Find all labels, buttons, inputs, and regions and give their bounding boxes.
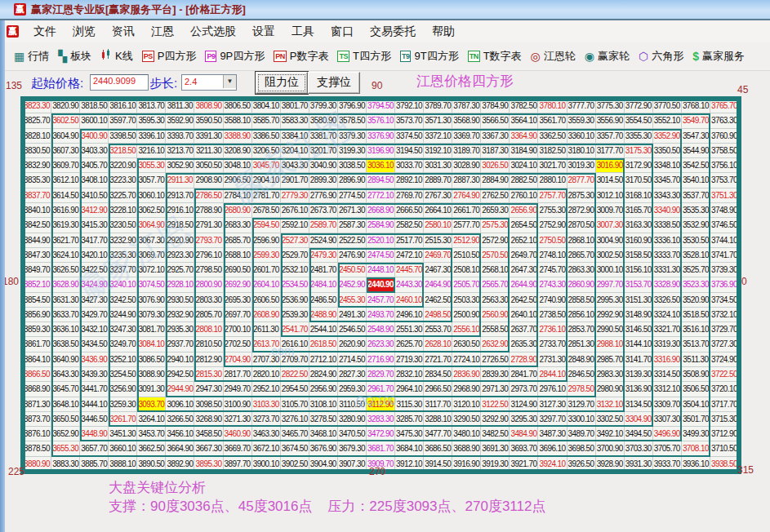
price-cell: 3501.70 xyxy=(682,412,710,427)
price-cell: 3074.50 xyxy=(137,277,166,292)
price-cell: 2834.50 xyxy=(424,367,452,382)
price-cell: 3396.10 xyxy=(137,129,166,144)
price-cell: 2980.90 xyxy=(596,382,625,397)
toolbar-button-T四方形[interactable]: TST四方形 xyxy=(337,49,390,64)
price-cell: 3283.30 xyxy=(367,412,395,427)
resistance-button[interactable]: 阻力位 xyxy=(256,72,308,94)
menu-item-帮助[interactable]: 帮助 xyxy=(424,22,463,42)
price-cell: 3235.30 xyxy=(109,248,137,263)
price-cell: 2532.10 xyxy=(281,263,309,277)
degree-label-180: 180 xyxy=(2,276,19,287)
price-cell: 3165.70 xyxy=(625,203,653,218)
price-cell: 2522.50 xyxy=(338,233,367,248)
toolbar-button-赢家轮[interactable]: ◉赢家轮 xyxy=(585,49,630,64)
price-cell: 3415.30 xyxy=(80,218,109,233)
price-cell: 2683.30 xyxy=(224,218,252,233)
price-cell: 3007.30 xyxy=(596,218,625,233)
price-cell: 2743.30 xyxy=(538,277,567,292)
toolbar-button-板块[interactable]: ▚板块 xyxy=(58,49,91,64)
menu-item-窗口[interactable]: 窗口 xyxy=(323,22,362,42)
price-cell: 2455.30 xyxy=(338,293,367,308)
price-cell: 2791.30 xyxy=(194,218,223,233)
price-cell: 3230.50 xyxy=(109,218,137,233)
price-cell: 3933.70 xyxy=(653,457,682,472)
toolbar-button-9P四方形[interactable]: P99P四方形 xyxy=(205,49,265,64)
price-cell: 3480.10 xyxy=(452,427,481,441)
price-cell: 3372.10 xyxy=(424,129,452,144)
toolbar-button-K线[interactable]: K线 xyxy=(100,49,133,64)
price-cell: 3465.70 xyxy=(281,427,309,441)
price-cell: 3127.30 xyxy=(538,397,567,412)
toolbar-button-T数字表[interactable]: TNT数字表 xyxy=(468,49,522,64)
toolbar-button-P数字表[interactable]: PNP数字表 xyxy=(274,49,328,64)
menu-item-公式选股[interactable]: 公式选股 xyxy=(182,22,244,42)
price-cell: 3196.90 xyxy=(367,144,395,158)
menu-item-资讯[interactable]: 资讯 xyxy=(104,22,143,42)
price-cell: 2714.50 xyxy=(338,352,367,367)
menu-item-浏览[interactable]: 浏览 xyxy=(65,22,104,42)
price-cell: 2551.30 xyxy=(395,322,424,337)
price-cell: 3559.30 xyxy=(567,113,596,128)
menu-item-交易委托[interactable]: 交易委托 xyxy=(362,22,424,42)
price-cell: 3276.10 xyxy=(281,412,309,427)
price-cell: 3878.50 xyxy=(23,441,51,456)
toolbar-button-江恩轮[interactable]: ◎江恩轮 xyxy=(531,49,576,64)
price-cell: 3439.30 xyxy=(80,367,109,382)
price-cell: 2810.50 xyxy=(194,337,223,352)
support-button[interactable]: 支撑位 xyxy=(308,72,360,94)
price-cell: 3240.10 xyxy=(109,277,137,292)
toolbar-button-赢家服务[interactable]: $赢家服务 xyxy=(692,49,745,64)
price-cell: 3657.70 xyxy=(80,441,109,456)
toolbar-label: T四方形 xyxy=(353,49,391,64)
price-cell: 3686.50 xyxy=(424,441,452,456)
price-cell: 3544.90 xyxy=(682,144,710,158)
price-cell: 3516.10 xyxy=(682,322,710,337)
p-square-icon: PS xyxy=(142,51,154,62)
menu-item-文件[interactable]: 文件 xyxy=(25,22,65,42)
price-cell: 2649.70 xyxy=(510,248,538,263)
price-cell: 2700.10 xyxy=(224,322,252,337)
price-cell: 2930.50 xyxy=(166,293,194,308)
price-cell: 3518.50 xyxy=(682,308,710,322)
toolbar-button-行情[interactable]: ▦行情 xyxy=(14,49,49,64)
price-cell: 3132.10 xyxy=(596,397,625,412)
price-cell: 3026.50 xyxy=(481,158,510,173)
price-cell: 2750.50 xyxy=(538,233,567,248)
price-cell: 3420.10 xyxy=(80,248,109,263)
price-cell: 3000.10 xyxy=(596,263,625,277)
menu-item-工具[interactable]: 工具 xyxy=(283,22,323,42)
price-cell: 2973.70 xyxy=(510,382,538,397)
price-cell: 2697.70 xyxy=(224,308,252,322)
toolbar-label: 江恩轮 xyxy=(544,49,576,64)
price-cell: 3393.70 xyxy=(166,129,194,144)
price-cell: 2580.10 xyxy=(424,218,452,233)
step-combobox[interactable]: 2.4 ▼ xyxy=(181,74,237,91)
price-cell: 3741.70 xyxy=(710,248,739,263)
price-cell: 3060.10 xyxy=(137,188,166,203)
start-price-input[interactable]: 2440.9099 xyxy=(90,74,149,91)
menu-logo-icon: 赢 xyxy=(7,25,19,38)
center-price-cell: 2440.90 xyxy=(367,277,395,292)
price-cell: 3002.50 xyxy=(596,248,625,263)
price-cell: 2995.30 xyxy=(596,293,625,308)
chevron-down-icon[interactable]: ▼ xyxy=(223,75,236,88)
price-cell: 3900.10 xyxy=(252,457,281,472)
menu-item-江恩[interactable]: 江恩 xyxy=(143,22,182,42)
price-cell: 2762.50 xyxy=(481,188,510,203)
price-cell: 3482.50 xyxy=(481,427,510,441)
toolbar-button-9T四方形[interactable]: T99T四方形 xyxy=(400,49,459,64)
price-cell: 3448.90 xyxy=(80,427,109,441)
price-cell: 3441.70 xyxy=(80,382,109,397)
price-cell: 2997.70 xyxy=(596,277,625,292)
price-cell: 3837.70 xyxy=(23,188,51,203)
price-cell: 3453.70 xyxy=(137,427,166,441)
price-cell: 2503.30 xyxy=(452,293,481,308)
price-cell: 3364.90 xyxy=(510,129,538,144)
price-cell: 2846.50 xyxy=(567,367,596,382)
toolbar-label: K线 xyxy=(115,49,133,64)
toolbar-button-六角形[interactable]: ⬡六角形 xyxy=(639,49,683,64)
menu-item-设置[interactable]: 设置 xyxy=(244,22,283,42)
price-cell: 3100.90 xyxy=(224,397,252,412)
price-cell: 3244.90 xyxy=(109,308,137,322)
toolbar-button-P四方形[interactable]: PSP四方形 xyxy=(142,49,197,64)
